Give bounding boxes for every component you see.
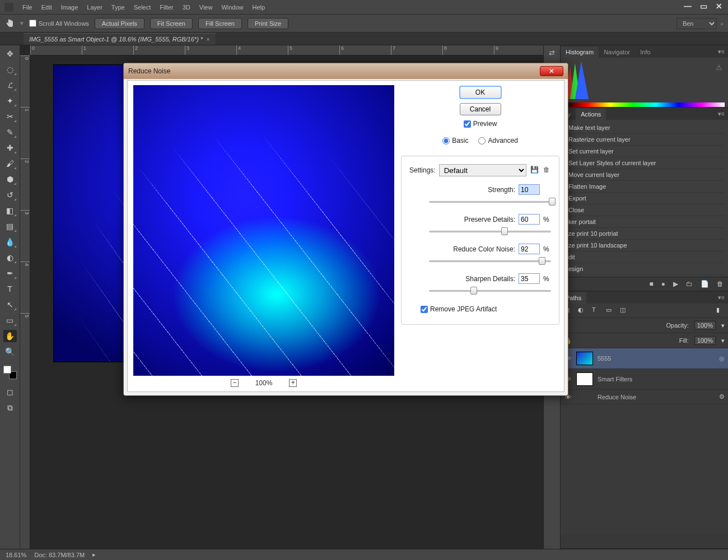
zoom-tool-icon[interactable]: 🔍 (3, 346, 17, 358)
preview-image[interactable] (133, 85, 394, 376)
shape-tool-icon[interactable]: ▭ (3, 314, 17, 326)
window-minimize-icon[interactable]: — (682, 2, 693, 11)
action-item[interactable]: Export (564, 193, 725, 204)
status-disclosure-icon[interactable]: ▸ (92, 551, 96, 558)
settings-dropdown[interactable]: Default (439, 164, 526, 176)
marquee-tool-icon[interactable]: ◌ (3, 63, 17, 76)
menu-select[interactable]: Select (134, 4, 151, 11)
filter-settings-icon[interactable]: ⚙ (719, 393, 725, 400)
menu-help[interactable]: Help (253, 4, 265, 11)
panel-collapse-icon[interactable]: » (720, 20, 724, 27)
new-folder-icon[interactable]: 🗀 (686, 280, 693, 288)
menu-filter[interactable]: Filter (160, 4, 173, 11)
action-item[interactable]: ze print 10 portriat (564, 228, 725, 240)
zoom-readout[interactable]: 18.61% (6, 552, 26, 558)
filter-shape-icon[interactable]: ▭ (606, 306, 614, 315)
scroll-all-windows-checkbox[interactable]: Scroll All Windows (29, 20, 89, 27)
quickmask-icon[interactable]: ◻ (3, 386, 17, 398)
color-swatch[interactable] (3, 366, 17, 379)
doc-size-readout[interactable]: Doc: 83.7M/83.7M (34, 552, 85, 558)
opacity-value[interactable]: 100% (694, 321, 716, 330)
document-tab[interactable]: IMG_5555 as Smart Object-1 @ 18.6% (IMG_… (24, 33, 216, 45)
tab-histogram[interactable]: Histogram (561, 46, 599, 58)
healing-tool-icon[interactable]: ✚ (3, 142, 17, 154)
trash-icon[interactable]: 🗑 (717, 280, 724, 288)
path-select-tool-icon[interactable]: ↖ (3, 298, 17, 311)
record-icon[interactable]: ● (661, 280, 665, 288)
history-brush-tool-icon[interactable]: ↺ (3, 189, 17, 201)
filter-toggle-icon[interactable]: ▮ (716, 306, 725, 315)
dialog-titlebar[interactable]: Reduce Noise ✕ (124, 63, 568, 79)
print-size-button[interactable]: Print Size (248, 18, 288, 29)
window-maximize-icon[interactable]: ▭ (698, 2, 709, 11)
actual-pixels-button[interactable]: Actual Pixels (95, 18, 144, 29)
crop-tool-icon[interactable]: ✂ (3, 110, 17, 123)
action-item[interactable]: Make text layer (564, 122, 725, 134)
sharpen-details-slider[interactable] (429, 286, 551, 295)
menu-image[interactable]: Image (61, 4, 78, 11)
eraser-tool-icon[interactable]: ◧ (3, 204, 17, 217)
actions-list[interactable]: Make text layer Rasterize current layer … (561, 120, 728, 277)
action-item[interactable]: dit (564, 251, 725, 263)
strength-input[interactable] (519, 184, 540, 195)
fit-screen-button[interactable]: Fit Screen (150, 18, 193, 29)
sharpen-details-input[interactable] (519, 273, 540, 284)
blur-tool-icon[interactable]: 💧 (3, 236, 17, 248)
fill-screen-button[interactable]: Fill Screen (198, 18, 242, 29)
smart-filters-row[interactable]: 👁 Smart Filters (561, 369, 728, 390)
tab-actions[interactable]: Actions (576, 109, 606, 120)
preserve-details-slider[interactable] (429, 227, 551, 236)
layers-list[interactable]: 👁 5555 ◎ 👁 Smart Filters 👁 Reduce Noise (561, 348, 728, 535)
preserve-details-input[interactable] (519, 214, 540, 225)
eyedropper-tool-icon[interactable]: ✎ (3, 126, 17, 138)
pen-tool-icon[interactable]: ✒ (3, 267, 17, 279)
lasso-tool-icon[interactable]: 𝓛 (3, 79, 17, 91)
filter-row[interactable]: 👁 Reduce Noise ⚙ (561, 390, 728, 404)
zoom-out-icon[interactable]: − (231, 379, 239, 387)
play-icon[interactable]: ▶ (673, 280, 678, 288)
stamp-tool-icon[interactable]: ⬢ (3, 173, 17, 185)
workspace-dropdown[interactable]: Ben (676, 18, 717, 29)
menu-view[interactable]: View (199, 4, 213, 11)
ok-button[interactable]: OK (460, 86, 501, 99)
zoom-in-icon[interactable]: + (289, 379, 297, 387)
menu-edit[interactable]: Edit (41, 4, 52, 11)
type-tool-icon[interactable]: T (3, 283, 17, 295)
fill-value[interactable]: 100% (694, 336, 716, 345)
menu-3d[interactable]: 3D (183, 4, 190, 11)
filter-smart-icon[interactable]: ◫ (620, 306, 628, 315)
brush-tool-icon[interactable]: 🖌 (3, 157, 17, 170)
preview-checkbox[interactable]: Preview (464, 120, 497, 128)
save-preset-icon[interactable]: 💾 (530, 166, 539, 175)
menu-window[interactable]: Window (221, 4, 243, 11)
panel-menu-icon[interactable]: ▾≡ (715, 46, 728, 58)
remove-jpeg-artifact-checkbox[interactable]: Remove JPEG Artifact (421, 305, 551, 313)
panel-menu-icon[interactable]: ▾≡ (715, 292, 728, 304)
action-item[interactable]: Set current layer (564, 146, 725, 157)
action-item[interactable]: Flatten Image (564, 181, 725, 193)
filter-type-icon[interactable]: T (592, 306, 600, 315)
action-item[interactable]: esign (564, 263, 725, 275)
menu-file[interactable]: File (22, 4, 32, 11)
wand-tool-icon[interactable]: ✦ (3, 95, 17, 107)
action-item[interactable]: Set Layer Styles of current layer (564, 157, 725, 169)
action-item[interactable]: ze print 10 landscape (564, 240, 725, 251)
tab-navigator[interactable]: Navigator (599, 46, 635, 58)
mode-advanced-radio[interactable]: Advanced (478, 137, 517, 144)
gradient-tool-icon[interactable]: ▤ (3, 220, 17, 232)
tab-info[interactable]: Info (635, 46, 655, 58)
panel-menu-icon[interactable]: ▾≡ (715, 108, 728, 120)
dialog-close-icon[interactable]: ✕ (540, 66, 563, 76)
action-item[interactable]: Move current layer (564, 169, 725, 181)
action-item[interactable]: Rasterize current layer (564, 134, 725, 146)
menu-layer[interactable]: Layer (87, 4, 102, 11)
reduce-color-noise-slider[interactable] (429, 256, 551, 265)
action-item[interactable]: Close (564, 204, 725, 216)
histogram-warning-icon[interactable]: ⚠ (716, 63, 722, 72)
mode-basic-radio[interactable]: Basic (442, 137, 468, 144)
panel-icon-adjustments[interactable]: ⇄ (549, 49, 555, 57)
screenmode-icon[interactable]: ⧉ (3, 402, 17, 414)
new-action-icon[interactable]: 📄 (701, 280, 709, 288)
move-tool-icon[interactable]: ✥ (3, 48, 17, 60)
reduce-color-noise-input[interactable] (519, 244, 540, 254)
